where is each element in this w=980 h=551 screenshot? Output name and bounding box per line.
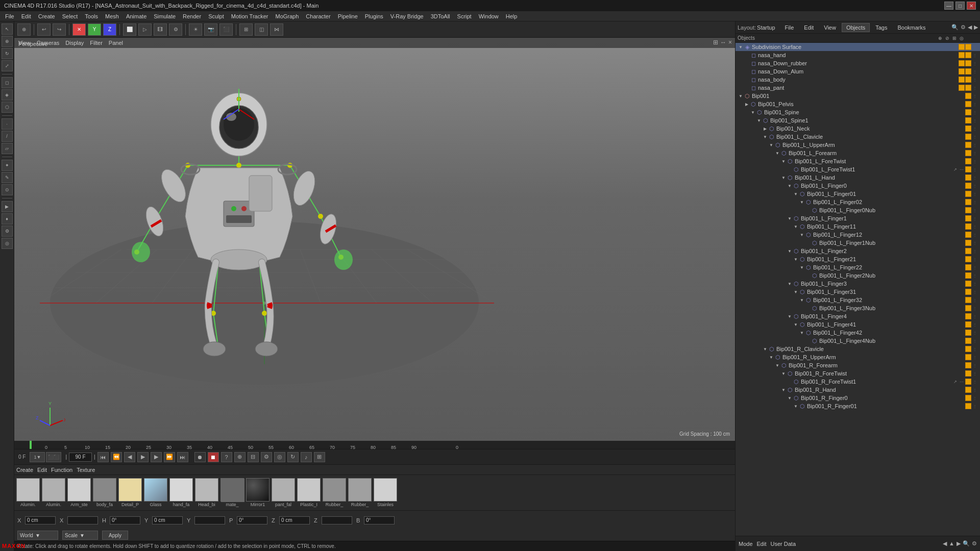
tool-render[interactable]: ◎ <box>2 238 13 249</box>
tree-toggle-bip001_l_finger3nub[interactable] <box>805 305 811 311</box>
material-item-detail[interactable]: Detail_P <box>118 478 142 507</box>
mat-create[interactable]: Create <box>16 467 33 473</box>
tree-toggle-bip001_l_finger21[interactable]: ▼ <box>793 256 799 262</box>
tree-item-bip001_l_finger1nub[interactable]: ⬡Bip001_L_Finger1Nub⋮ <box>736 239 980 247</box>
settings-icon[interactable]: ⚙ <box>961 24 966 31</box>
nav-up-icon[interactable]: ▲ <box>949 540 954 547</box>
goto-start-button[interactable]: ⏮ <box>97 452 109 462</box>
menu-item-pipeline[interactable]: Pipeline <box>335 12 361 20</box>
tree-item-bip001_r_hand[interactable]: ▼⬡Bip001_R_Hand⋮ <box>736 386 980 394</box>
tree-item-bip001_l_finger11[interactable]: ▼⬡Bip001_L_Finger11⋮ <box>736 222 980 231</box>
vtool-render-settings[interactable]: ⚙ <box>169 23 182 36</box>
tree-toggle-bip001_l_finger0[interactable]: ▼ <box>787 183 793 189</box>
menu-item-animate[interactable]: Animate <box>123 12 150 20</box>
tree-item-bip001_l_foretwist1[interactable]: ⬡Bip001_L_ForeTwist1↗⋯⋮ <box>736 165 980 173</box>
record-button[interactable]: ⏺ <box>194 452 206 462</box>
misc-button[interactable]: ⊞ <box>314 452 325 462</box>
tree-item-bip001_r_clavicle[interactable]: ▼⬡Bip001_R_Clavicle⋮ <box>736 345 980 353</box>
material-item-metal[interactable]: Alumin. <box>16 478 40 507</box>
tree-toggle-bip001_r_foretwist[interactable]: ▼ <box>780 370 787 377</box>
tree-item-bip001_r_finger0[interactable]: ▼⬡Bip001_R_Finger0⋮ <box>736 394 980 402</box>
tree-item-bip001_l_finger4[interactable]: ▼⬡Bip001_L_Finger4⋮ <box>736 312 980 320</box>
tree-item-bip001_l_finger1[interactable]: ▼⬡Bip001_L_Finger1⋮ <box>736 214 980 222</box>
tree-item-bip001_r_foretwist1[interactable]: ⬡Bip001_R_ForeTwist1↗⋯⋮ <box>736 378 980 386</box>
tree-toggle-subdiv[interactable]: ▼ <box>738 44 744 50</box>
tree-item-bip001_r_forearm[interactable]: ▼⬡Bip001_R_Forearm⋮ <box>736 361 980 369</box>
keyframe-add-button[interactable]: ⊕ <box>234 452 246 462</box>
bottom-edit[interactable]: Edit <box>757 541 767 547</box>
vtool-floor[interactable]: ⬛ <box>219 23 233 36</box>
material-item-plastic[interactable]: Plastic_I <box>297 478 321 507</box>
rpanel-tab-tags[interactable]: Tags <box>871 23 892 32</box>
tree-item-bip001_l_forearm[interactable]: ▼⬡Bip001_L_Forearm⋮ <box>736 149 980 157</box>
tree-toggle-bip001_l_upperarm[interactable]: ▼ <box>768 142 774 148</box>
viewport[interactable]: View Cameras Display Filter Panel ⊞ ↔ × … <box>14 38 735 441</box>
tool-object[interactable]: ◈ <box>2 89 13 101</box>
next-frame-button[interactable]: ▶ <box>151 452 162 462</box>
vtool-mode-z[interactable]: Z <box>103 23 116 36</box>
arrow-left-icon[interactable]: ◀ <box>968 24 972 31</box>
menu-item-sculpt[interactable]: Sculpt <box>205 12 227 20</box>
material-item-body[interactable]: body_fa <box>93 478 116 507</box>
menu-item-file[interactable]: File <box>2 12 17 20</box>
tree-item-nasa_pant[interactable]: ◻nasa_pant⋮ <box>736 84 980 92</box>
bottom-mode[interactable]: Mode <box>739 541 753 547</box>
b-input[interactable] <box>364 516 395 524</box>
menu-item-create[interactable]: Create <box>35 12 58 20</box>
tree-item-nasa_body[interactable]: ◻nasa_body⋮ <box>736 76 980 84</box>
nav-settings-icon[interactable]: ⚙ <box>972 540 977 547</box>
tree-item-bip001_l_finger22[interactable]: ▼⬡Bip001_L_Finger22⋮ <box>736 263 980 271</box>
vp-menu-display[interactable]: Display <box>63 40 86 46</box>
goto-end-button[interactable]: ⏭ <box>177 452 188 462</box>
tree-item-bip001_l_finger2nub[interactable]: ⬡Bip001_L_Finger2Nub⋮ <box>736 271 980 280</box>
tree-toggle-bip001_l_finger4nub[interactable] <box>805 338 811 344</box>
tool-rig[interactable]: ♦ <box>2 213 13 224</box>
material-item-mirror[interactable]: Mirror1 <box>246 478 270 507</box>
tree-toggle-bip001_l_finger12[interactable]: ▼ <box>799 232 805 238</box>
menu-item-mograph[interactable]: MoGraph <box>272 12 302 20</box>
tree-item-bip001_spine[interactable]: ▼⬡Bip001_Spine⋮ <box>736 108 980 116</box>
tool-move[interactable]: ⊕ <box>2 36 13 47</box>
tool-rotate[interactable]: ↻ <box>2 48 13 59</box>
material-item-hand[interactable]: hand_fa <box>169 478 193 507</box>
menu-item-edit[interactable]: Edit <box>18 12 34 20</box>
menu-item-motion-tracker[interactable]: Motion Tracker <box>228 12 272 20</box>
stop-button[interactable]: ⏹ <box>208 452 219 462</box>
prev-frame-button[interactable]: ◀ <box>124 452 135 462</box>
mat-function[interactable]: Function <box>51 467 72 473</box>
tree-toggle-bip001_l_finger1nub[interactable] <box>805 240 811 246</box>
tree-toggle-bip001_pelvis[interactable]: ▶ <box>744 101 750 107</box>
tree-item-nasa_hand[interactable]: ◻nasa_hand⋮ <box>736 51 980 59</box>
y-rotation-input[interactable] <box>194 516 225 524</box>
menu-item-mesh[interactable]: Mesh <box>102 12 122 20</box>
tree-item-bip001_l_upperarm[interactable]: ▼⬡Bip001_L_UpperArm⋮ <box>736 141 980 149</box>
tree-toggle-bip001_l_finger41[interactable]: ▼ <box>793 321 799 328</box>
vtool-render-to-picture[interactable]: 🎞 <box>154 23 167 36</box>
tree-item-bip001_l_foretwist[interactable]: ▼⬡Bip001_L_ForeTwist⋮ <box>736 157 980 165</box>
mode-button[interactable]: ◎ <box>274 452 285 462</box>
minimize-button[interactable]: — <box>944 2 953 10</box>
apply-button[interactable]: Apply <box>102 531 128 540</box>
material-item-rubber2[interactable]: Rubber_ <box>348 478 372 507</box>
tree-item-bip001_l_hand[interactable]: ▼⬡Bip001_L_Hand⋮ <box>736 173 980 182</box>
menu-item-window[interactable]: Window <box>476 12 502 20</box>
menu-item-3dtoall[interactable]: 3DToAll <box>428 12 453 20</box>
nav-search-icon[interactable]: 🔍 <box>963 540 970 547</box>
tree-item-bip001_l_finger31[interactable]: ▼⬡Bip001_L_Finger31⋮ <box>736 288 980 296</box>
tree-item-bip001_l_clavicle[interactable]: ▼⬡Bip001_L_Clavicle⋮ <box>736 133 980 141</box>
menu-item-render[interactable]: Render <box>180 12 204 20</box>
tool-scale[interactable]: ⤢ <box>2 60 13 71</box>
menu-item-character[interactable]: Character <box>303 12 333 20</box>
tree-toggle-bip001[interactable]: ▼ <box>738 93 744 99</box>
tree-toggle-bip001_r_hand[interactable]: ▼ <box>780 387 787 393</box>
tree-item-subdiv[interactable]: ▼◈Subdivision Surface⋮ <box>736 43 980 51</box>
timeline-options[interactable]: ⚙ <box>261 452 272 462</box>
keyframe-del-button[interactable]: ⊟ <box>248 452 259 462</box>
tree-item-bip001_l_finger21[interactable]: ▼⬡Bip001_L_Finger21⋮ <box>736 255 980 263</box>
tree-toggle-bip001_l_finger0nub[interactable] <box>805 207 811 213</box>
next-keyframe-button[interactable]: ⏩ <box>164 452 175 462</box>
tree-toggle-bip001_r_upperarm[interactable]: ▼ <box>768 354 774 360</box>
tree-toggle-nasa_down_rubber[interactable] <box>744 60 750 66</box>
tree-toggle-bip001_r_foretwist1[interactable] <box>787 379 793 385</box>
tree-toggle-bip001_r_finger0[interactable]: ▼ <box>787 395 793 401</box>
